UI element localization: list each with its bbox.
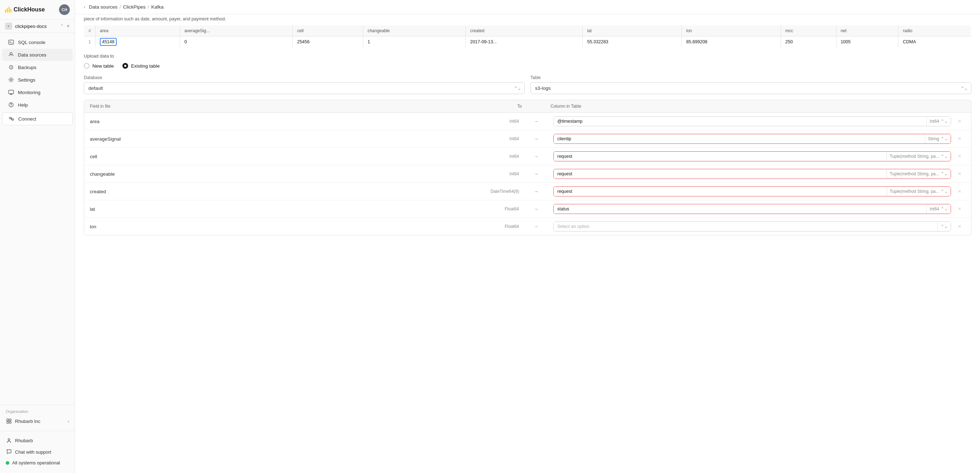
remove-averagesignal-button[interactable]: × — [954, 136, 965, 142]
nav-section: SQL console Data sources Backups Setting… — [0, 33, 75, 405]
workspace-row[interactable]: ≡ clickpipes-docs ⌃ + — [0, 20, 75, 33]
arrow-icon: → — [522, 171, 550, 177]
svg-point-12 — [8, 439, 10, 440]
col-select-changeable[interactable]: request Tuple(method String, pa... ⌃⌄ — [554, 169, 951, 179]
col-header-lon: lon — [682, 25, 781, 37]
sidebar-item-label: SQL console — [18, 40, 45, 45]
org-item[interactable]: Rhubarb Inc › — [6, 416, 69, 427]
add-workspace-button[interactable]: + — [67, 23, 70, 29]
field-type-created: DateTime64(9) — [490, 189, 519, 194]
col-select-created[interactable]: request Tuple(method String, pa... ⌃⌄ — [554, 186, 951, 197]
cell-radio: CDMA — [898, 37, 971, 48]
chat-icon — [6, 449, 12, 455]
col-header-created: created — [466, 25, 583, 37]
col-field-header: Field in file — [90, 104, 493, 109]
remove-cell-button[interactable]: × — [954, 153, 965, 160]
table-group: Table s3-logs ⌃⌄ — [530, 75, 971, 94]
arrow-icon: → — [522, 136, 550, 142]
field-name-averagesignal: averageSignal — [90, 137, 487, 142]
org-name: Rhubarb Inc — [15, 419, 40, 424]
workspace-icon: ≡ — [5, 22, 12, 30]
svg-point-5 — [11, 106, 11, 106]
col-header-radio: radio — [898, 25, 971, 37]
connect-icon — [8, 116, 15, 122]
monitor-icon — [8, 89, 14, 95]
datasource-icon — [8, 52, 14, 58]
remove-lon-button[interactable]: × — [954, 223, 965, 230]
cell-changeable: 1 — [363, 37, 466, 48]
mapping-row-area: area Int64 → @timestamp Int64 ⌃⌄ × — [84, 113, 971, 130]
sidebar-item-label: Help — [18, 102, 28, 108]
sidebar-item-label: Monitoring — [18, 90, 40, 95]
remove-lat-button[interactable]: × — [954, 206, 965, 212]
cell-lat: 55.332283 — [583, 37, 682, 48]
svg-point-2 — [10, 79, 12, 81]
type-chevron-icon: ⌃⌄ — [941, 171, 948, 176]
field-name-created: created — [90, 189, 487, 194]
radio-new-table[interactable]: New table — [84, 63, 114, 69]
app-title: ClickHouse — [14, 6, 45, 13]
field-name-changeable: changeable — [90, 171, 487, 177]
sidebar-item-connect[interactable]: Connect — [2, 112, 73, 125]
arrow-icon: → — [522, 118, 550, 124]
mapping-row-cell: cell Int64 → request Tuple(method String… — [84, 148, 971, 165]
breadcrumb-clickpipes[interactable]: ClickPipes — [123, 4, 146, 10]
col-select-area[interactable]: @timestamp Int64 ⌃⌄ — [554, 116, 951, 126]
chat-support-item[interactable]: Chat with support — [6, 446, 69, 458]
cell-net: 1005 — [836, 37, 898, 48]
cell-avg: 0 — [180, 37, 293, 48]
svg-rect-3 — [9, 90, 14, 94]
sidebar-item-help[interactable]: Help — [2, 99, 73, 111]
table-label: Table — [530, 75, 971, 80]
status-item: All systems operational — [6, 458, 69, 468]
col-select-averagesignal[interactable]: clientip String ⌃⌄ — [554, 134, 951, 144]
sidebar-item-backups[interactable]: Backups — [2, 61, 73, 73]
col-header-lat: lat — [583, 25, 682, 37]
user-name: Rhubarb — [15, 438, 33, 443]
sidebar-item-monitoring[interactable]: Monitoring — [2, 86, 73, 98]
cell-lon: 85.899208 — [682, 37, 781, 48]
col-select-lat[interactable]: status Int64 ⌃⌄ — [554, 204, 951, 214]
database-label: Database — [84, 75, 525, 80]
cell-row-num: 1 — [84, 37, 95, 48]
user-icon — [6, 437, 12, 444]
database-group: Database default ⌃⌄ — [84, 75, 525, 94]
user-item[interactable]: Rhubarb — [6, 435, 69, 446]
col-header-area: area — [95, 25, 180, 37]
mapping-row-created: created DateTime64(9) → request Tuple(me… — [84, 183, 971, 200]
col-select-lon[interactable]: Select an option ⌃⌄ — [554, 221, 951, 232]
logo: ClickHouse — [5, 6, 45, 13]
remove-created-button[interactable]: × — [954, 188, 965, 195]
col-select-cell[interactable]: request Tuple(method String, pa... ⌃⌄ — [554, 151, 951, 161]
radio-group: New table Existing table — [84, 63, 971, 69]
cell-area[interactable]: 45148 — [95, 37, 180, 48]
table-select[interactable]: s3-logs — [530, 82, 971, 94]
workspace-chevron-icon: ⌃ — [60, 24, 64, 29]
sidebar-item-data-sources[interactable]: Data sources — [2, 49, 73, 61]
mapping-header: Field in file To Column in Table — [84, 100, 971, 113]
cell-mcc: 250 — [781, 37, 836, 48]
remove-changeable-button[interactable]: × — [954, 171, 965, 177]
field-name-cell: cell — [90, 154, 487, 159]
type-chevron-icon: ⌃⌄ — [941, 224, 948, 229]
svg-point-1 — [10, 52, 12, 55]
radio-existing-table[interactable]: Existing table — [123, 63, 160, 69]
main: ‹ Data sources / ClickPipes / Kafka piec… — [75, 0, 980, 473]
breadcrumb-back-button[interactable]: ‹ — [84, 4, 86, 10]
table-row: 1 45148 0 25456 1 2017-09-13... 55.33228… — [84, 37, 971, 48]
database-select[interactable]: default — [84, 82, 525, 94]
console-icon — [8, 39, 14, 46]
col-header-averagesig: averageSig... — [180, 25, 293, 37]
remove-area-button[interactable]: × — [954, 118, 965, 124]
svg-rect-10 — [7, 421, 9, 423]
sidebar-item-settings[interactable]: Settings — [2, 74, 73, 86]
mapping-row-lat: lat Float64 → status Int64 ⌃⌄ × — [84, 200, 971, 218]
col-header-cell: cell — [293, 25, 363, 37]
radio-new-icon — [84, 63, 89, 69]
field-type-lat: Float64 — [490, 206, 519, 211]
arrow-icon: → — [522, 189, 550, 194]
sidebar-item-sql-console[interactable]: SQL console — [2, 36, 73, 48]
chat-support-label: Chat with support — [15, 449, 51, 455]
breadcrumb-data-sources[interactable]: Data sources — [89, 4, 118, 10]
mapping-row-averagesignal: averageSignal Int64 → clientip String ⌃⌄… — [84, 130, 971, 148]
